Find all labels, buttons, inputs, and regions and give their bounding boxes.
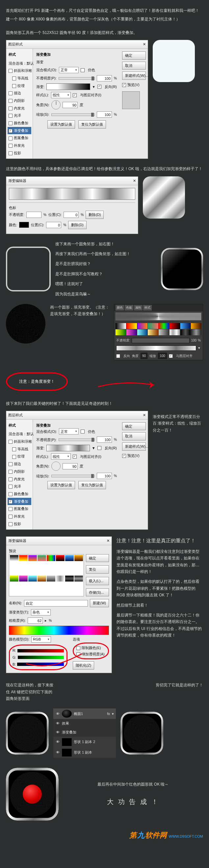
style-item[interactable]: 颜色叠加 [14,121,28,125]
noise-gradient-bar[interactable] [9,626,109,635]
active-gradient[interactable] [115,312,202,320]
fx-gradient-overlay[interactable]: 渐变叠加 [62,729,76,736]
style-item[interactable]: 颜色叠加 [14,492,28,496]
fx-badge[interactable]: fx [107,711,110,717]
palette-tab[interactable]: 色板 [125,305,133,311]
set-default-button[interactable]: 设置为默认值 [47,120,75,129]
save-button[interactable]: 存储(S)... [86,588,109,597]
style-item[interactable]: 斜面和浮雕 [14,439,32,443]
stop-pos-value-2[interactable]: 0 [46,222,61,228]
dp-scale-value[interactable]: 100 [158,353,167,359]
layer-thumb[interactable] [62,738,72,746]
palette-tab[interactable]: 颜色 [115,305,124,311]
palette-tab[interactable]: 属性 [134,305,142,311]
preset-grid[interactable] [9,554,84,597]
dither-check[interactable] [81,68,84,72]
preview-check[interactable] [122,83,126,87]
angle-value[interactable]: 90 [63,102,78,108]
angle-dial[interactable] [51,100,61,110]
visibility-icon[interactable]: 👁 [55,729,60,736]
new-style-button[interactable]: 新建样式(W)... [122,442,146,451]
style-item[interactable]: 纹理 [18,454,25,458]
dp-opacity-value[interactable]: 100 [191,338,197,343]
gradient-bar[interactable] [46,445,90,451]
align-check[interactable] [73,93,77,97]
new-button[interactable]: 新建(W) [90,599,109,607]
dp-gradient-preview[interactable] [116,345,196,351]
style-item[interactable]: 外发光 [14,514,25,518]
style-default[interactable]: 混合选项：默认 [7,60,31,67]
blend-dropdown[interactable]: 正常 [59,67,79,73]
restrict-check[interactable] [76,646,80,650]
close-icon[interactable]: ✕ [133,178,136,184]
alpha-check[interactable] [76,652,80,656]
palette-tab[interactable]: 样式 [143,305,152,311]
style-item[interactable]: 图案叠加 [14,507,28,510]
stop-pos-value[interactable]: 0 [64,212,79,218]
style-item[interactable]: 斜面和浮雕 [14,68,32,72]
style-item[interactable]: 纹理 [18,84,25,88]
angle-dial[interactable] [51,462,61,471]
style-item[interactable]: 内阴影 [14,99,25,102]
opacity-value[interactable]: 100 [97,75,112,82]
style-item[interactable]: 内阴影 [14,469,25,473]
reverse-check[interactable] [97,85,101,89]
style-item[interactable]: 图案叠加 [14,136,28,140]
style-item[interactable]: 描边 [14,91,21,95]
gstyle-dropdown[interactable]: 线性 [51,92,71,98]
stop-opacity-value[interactable] [26,212,41,218]
model-dropdown[interactable]: RGB [31,636,51,643]
rough-value[interactable]: 62 [28,617,43,624]
dp-angle-value[interactable]: 90 [141,353,147,359]
randomize-button[interactable]: 随机化(Z) [73,661,94,670]
style-item[interactable]: 光泽 [14,484,21,488]
name-input[interactable]: 自定 [24,600,88,607]
gradient-bar[interactable] [46,84,90,90]
close-icon[interactable]: ✕ [143,412,146,418]
style-item[interactable]: 投影 [14,522,21,526]
close-icon[interactable]: ✕ [143,41,146,48]
fx-effects[interactable]: 效果 [62,720,69,726]
scale-value[interactable]: 100 [97,112,112,118]
stop-color-swatch[interactable] [19,222,29,228]
layer-name[interactable]: 形状 1 副本 [74,749,92,755]
style-item-selected[interactable]: 渐变叠加 [14,499,28,503]
style-default[interactable]: 混合选项：默认 [7,430,31,438]
gradient-track[interactable] [9,188,135,200]
style-item[interactable]: 等高线 [18,447,28,451]
layer-thumb[interactable] [62,710,72,718]
visibility-icon[interactable]: 👁 [55,749,60,755]
visibility-icon[interactable]: 👁 [55,739,60,745]
visibility-icon[interactable]: 👁 [55,711,60,717]
style-item[interactable]: 内发光 [14,106,25,110]
style-item[interactable]: 内发光 [14,477,25,481]
dp-opacity-slider[interactable] [132,338,190,343]
delete-stop-button[interactable]: 删除(D) [85,211,104,219]
blend-dropdown[interactable]: 正常 [59,428,79,434]
style-item-selected[interactable]: 渐变叠加 [14,129,28,132]
cancel-button[interactable]: 取消 [122,432,146,440]
load-button[interactable]: 载入(L)... [86,577,109,585]
ok-button[interactable]: 确定 [122,52,146,60]
opacity-slider[interactable] [59,77,95,80]
style-item[interactable]: 描边 [14,462,21,466]
cancel-button[interactable]: 复位 [86,565,109,574]
delete-stop-button-2[interactable]: 删除(D) [68,221,86,229]
reset-default-button[interactable]: 复位为默认值 [78,120,106,129]
ok-button[interactable]: 确定 [86,554,109,562]
dp-align-check[interactable] [169,354,173,358]
close-icon[interactable]: ✕ [107,538,110,544]
type-dropdown[interactable]: 杂色 [31,609,51,616]
style-item[interactable]: 外发光 [14,144,25,147]
r-slider[interactable] [18,649,64,652]
layer-name[interactable]: 椭圆1 [74,711,105,717]
layer-name[interactable]: 形状 1 副本 2 [74,739,95,745]
b-slider[interactable] [17,662,64,666]
layer-thumb[interactable] [62,749,72,756]
visibility-icon[interactable]: 👁 [55,720,60,726]
style-item[interactable]: 等高线 [18,76,28,80]
style-item[interactable]: 光泽 [14,114,21,117]
new-style-button[interactable]: 新建样式(W)... [122,71,146,80]
gradient-swatches[interactable] [114,322,203,337]
scale-slider[interactable] [51,114,95,116]
